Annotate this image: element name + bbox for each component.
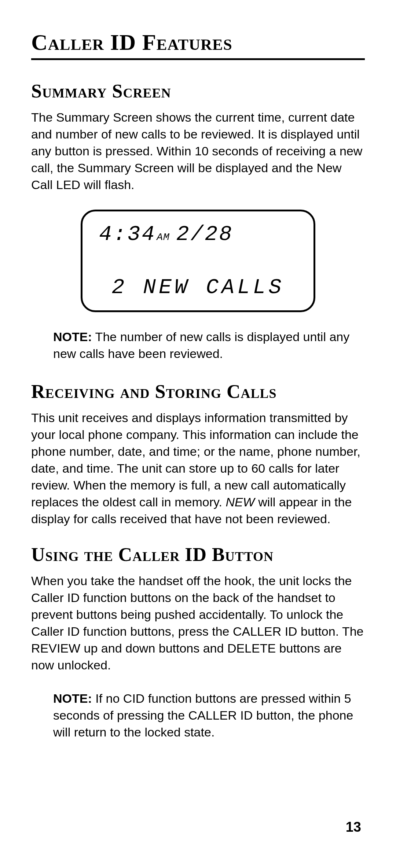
summary-note: NOTE: The number of new calls is display… (31, 329, 365, 362)
using-button-heading: Using the Caller ID Button (31, 544, 365, 565)
receiving-heading: Receiving and Storing Calls (31, 381, 365, 402)
note-label: NOTE: (53, 330, 92, 344)
note-label: NOTE: (53, 691, 92, 705)
note-body: If no CID function buttons are pressed w… (53, 691, 353, 739)
receiving-body: This unit receives and displays informat… (31, 410, 365, 527)
lcd-date: 2/28 (176, 222, 233, 246)
lcd-ampm: AM (157, 232, 170, 243)
lcd-line2: 2 NEW CALLS (99, 276, 297, 299)
lcd-screen: 4:34AM2/28 2 NEW CALLS (81, 210, 315, 312)
using-button-note: NOTE: If no CID function buttons are pre… (31, 690, 365, 741)
lcd-line1: 4:34AM2/28 (99, 222, 297, 246)
receiving-body-part1: This unit receives and displays informat… (31, 411, 360, 509)
note-body: The number of new calls is displayed unt… (53, 330, 349, 361)
using-button-body: When you take the handset off the hook, … (31, 573, 365, 673)
lcd-time: 4:34 (99, 222, 156, 246)
summary-body: The Summary Screen shows the current tim… (31, 109, 365, 193)
receiving-body-italic: NEW (225, 495, 254, 509)
main-heading: Caller ID Features (31, 29, 365, 60)
page-number: 13 (346, 819, 361, 835)
summary-heading: Summary Screen (31, 80, 365, 102)
